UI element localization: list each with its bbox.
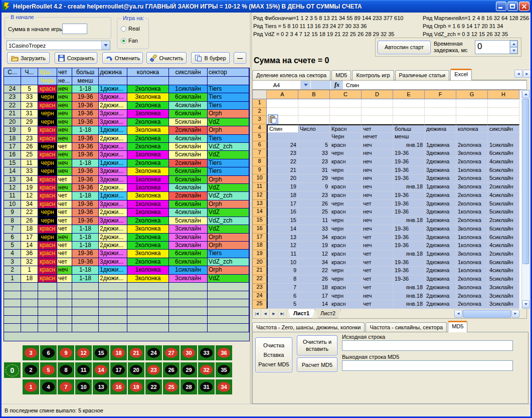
excel-cell-A21[interactable]: 9 bbox=[267, 267, 298, 275]
excel-row-header-19[interactable]: 19 bbox=[253, 250, 267, 259]
excel-column-header-B[interactable]: B bbox=[298, 90, 330, 99]
excel-cell-H14[interactable]: 5сиклайн bbox=[488, 208, 519, 217]
excel-cell-B18[interactable]: 19 bbox=[298, 242, 330, 250]
excel-corner-cell[interactable] bbox=[253, 90, 267, 99]
excel-cell-C20[interactable]: красн bbox=[330, 259, 362, 267]
excel-cell-B9[interactable]: 31 bbox=[298, 166, 330, 175]
excel-cell-A23[interactable]: 7 bbox=[267, 284, 298, 292]
excel-cell-D21[interactable]: чет bbox=[362, 267, 393, 275]
first-sheet-button[interactable]: |◀ bbox=[253, 310, 261, 318]
excel-cell-A25[interactable]: 5 bbox=[267, 300, 298, 309]
main-tab[interactable]: MD5 bbox=[331, 70, 351, 80]
excel-cell-G3[interactable] bbox=[456, 116, 488, 124]
excel-cell-H6[interactable]: 1сиклайн bbox=[488, 141, 519, 150]
roulette-cell-11[interactable]: 11 bbox=[75, 362, 92, 377]
excel-cell-A5[interactable] bbox=[267, 133, 298, 141]
tab-scroll-left-button[interactable]: ◄ bbox=[514, 70, 522, 78]
excel-grid[interactable]: ABCDEFGH1234СпинЧислоКраснчетбольшдюжина… bbox=[252, 90, 521, 309]
excel-cell-E8[interactable]: 19-36 bbox=[393, 158, 425, 166]
excel-cell-A14[interactable]: 16 bbox=[267, 208, 298, 217]
excel-cell-C6[interactable]: красн bbox=[330, 141, 362, 150]
bottom-tab[interactable]: MD5 bbox=[448, 321, 467, 332]
excel-cell-D24[interactable]: неч bbox=[362, 292, 393, 301]
excel-cell-B8[interactable]: 23 bbox=[298, 158, 330, 166]
excel-cell-F2[interactable] bbox=[425, 108, 456, 116]
excel-cell-F15[interactable]: 1дюжина bbox=[425, 217, 456, 225]
roulette-cell-16[interactable]: 16 bbox=[110, 379, 127, 394]
excel-cell-H25[interactable]: 3сиклайн bbox=[488, 300, 519, 309]
clear-button[interactable]: Очистить bbox=[146, 52, 187, 64]
prev-sheet-button[interactable]: ◀ bbox=[261, 310, 270, 318]
excel-cell-D15[interactable]: неч bbox=[362, 217, 393, 225]
excel-column-header-F[interactable]: F bbox=[425, 90, 456, 99]
excel-cell-F20[interactable]: 3дюжина bbox=[425, 259, 456, 267]
vertical-scroll-thumb[interactable] bbox=[522, 99, 529, 264]
excel-cell-G17[interactable]: 1колонка bbox=[456, 234, 488, 242]
excel-cell-C7[interactable]: черн bbox=[330, 149, 362, 158]
excel-cell-B25[interactable]: 14 bbox=[298, 300, 330, 309]
excel-cell-D2[interactable] bbox=[362, 108, 393, 116]
excel-row-header-8[interactable]: 8 bbox=[253, 158, 267, 166]
excel-row-header-6[interactable]: 6 bbox=[253, 141, 267, 150]
scroll-down-button[interactable] bbox=[522, 300, 529, 308]
excel-cell-C24[interactable]: черн bbox=[330, 292, 362, 301]
maximize-button[interactable] bbox=[507, 2, 518, 11]
excel-cell-D1[interactable] bbox=[362, 99, 393, 108]
excel-column-header-A[interactable]: A bbox=[267, 90, 298, 99]
sheet-tab-inactive[interactable]: Лист2 bbox=[315, 309, 341, 318]
cell-name-box[interactable]: A4 bbox=[253, 81, 301, 89]
roulette-cell-27[interactable]: 27 bbox=[163, 345, 180, 360]
excel-cell-E11[interactable]: янв.18 bbox=[393, 183, 425, 191]
excel-row-header-2[interactable]: 2 bbox=[253, 108, 267, 116]
excel-cell-D18[interactable]: неч bbox=[362, 242, 393, 250]
spinner-up-button[interactable] bbox=[510, 41, 517, 47]
excel-cell-G18[interactable]: 1колонка bbox=[456, 242, 488, 250]
excel-cell-D13[interactable]: чет bbox=[362, 200, 393, 208]
excel-cell-G22[interactable]: 2колонка bbox=[456, 275, 488, 284]
excel-cell-C9[interactable]: черн bbox=[330, 166, 362, 175]
title-bar[interactable]: HelperRoullet 4.2 - create helperroullet… bbox=[0, 0, 532, 13]
excel-cell-E24[interactable]: янв.18 bbox=[393, 292, 425, 301]
horizontal-scroll-thumb[interactable] bbox=[463, 310, 511, 318]
roulette-cell-13[interactable]: 13 bbox=[93, 379, 109, 394]
excel-cell-D9[interactable]: неч bbox=[362, 166, 393, 175]
casino-combobox[interactable]: 1CasinoTropez bbox=[7, 41, 110, 50]
excel-cell-A11[interactable]: 19 bbox=[267, 183, 298, 191]
scroll-up-button[interactable] bbox=[522, 90, 529, 98]
combobox-dropdown-button[interactable] bbox=[101, 41, 110, 50]
excel-cell-E15[interactable]: янв.18 bbox=[393, 217, 425, 225]
excel-cell-B19[interactable]: 12 bbox=[298, 250, 330, 259]
excel-cell-H20[interactable]: 6сиклайн bbox=[488, 259, 519, 267]
excel-cell-F3[interactable] bbox=[425, 116, 456, 124]
roulette-cell-15[interactable]: 15 bbox=[93, 345, 109, 360]
excel-cell-B3[interactable] bbox=[298, 116, 330, 124]
excel-cell-H15[interactable]: 2сиклайн bbox=[488, 217, 519, 225]
excel-cell-E17[interactable]: 19-36 bbox=[393, 234, 425, 242]
excel-column-header-G[interactable]: G bbox=[456, 90, 488, 99]
excel-cell-H11[interactable]: 2сиклайн bbox=[488, 183, 519, 191]
roulette-cell-32[interactable]: 32 bbox=[198, 362, 215, 377]
excel-cell-E4[interactable]: больш bbox=[393, 124, 425, 133]
spinner-down-button[interactable] bbox=[510, 47, 517, 54]
excel-cell-A1[interactable] bbox=[267, 99, 298, 108]
excel-cell-H9[interactable]: 6сиклайн bbox=[488, 166, 519, 175]
roulette-cell-35[interactable]: 35 bbox=[216, 362, 232, 377]
excel-cell-D16[interactable]: неч bbox=[362, 225, 393, 234]
excel-cell-H13[interactable]: 5сиклайн bbox=[488, 200, 519, 208]
excel-cell-D8[interactable]: неч bbox=[362, 158, 393, 166]
excel-cell-C18[interactable]: красн bbox=[330, 242, 362, 250]
excel-cell-B11[interactable]: 9 bbox=[298, 183, 330, 191]
excel-cell-E10[interactable]: 19-36 bbox=[393, 174, 425, 183]
excel-cell-E13[interactable]: 19-36 bbox=[393, 200, 425, 208]
excel-cell-G23[interactable]: 3колонка bbox=[456, 284, 488, 292]
excel-row-header-10[interactable]: 10 bbox=[253, 174, 267, 183]
excel-cell-G11[interactable]: 3колонка bbox=[456, 183, 488, 191]
excel-cell-D22[interactable]: чет bbox=[362, 275, 393, 284]
excel-cell-C16[interactable]: черн bbox=[330, 225, 362, 234]
excel-row-header-3[interactable]: 3 bbox=[253, 116, 267, 124]
excel-cell-G20[interactable]: 1колонка bbox=[456, 259, 488, 267]
excel-cell-E16[interactable]: 19-36 bbox=[393, 225, 425, 234]
excel-cell-H1[interactable] bbox=[488, 99, 519, 108]
roulette-cell-4[interactable]: 4 bbox=[40, 379, 57, 394]
excel-cell-F12[interactable]: 2дюжина bbox=[425, 191, 456, 200]
